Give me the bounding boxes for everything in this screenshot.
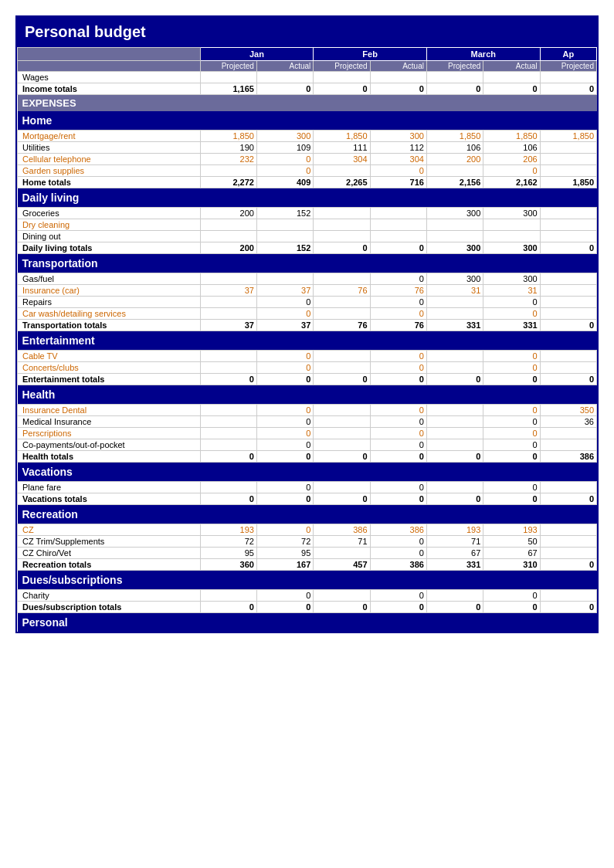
rt-v3: 457: [314, 559, 370, 571]
dst-v7: 0: [540, 602, 596, 613]
home-label: Home: [18, 111, 597, 131]
cc-v3: [314, 362, 370, 374]
dl-v4: 0: [370, 242, 426, 254]
pf-v2: 0: [256, 482, 313, 493]
vt-v6: 0: [483, 493, 540, 505]
ht-v6: 2,162: [483, 177, 540, 188]
cop-v2: 0: [256, 439, 313, 451]
dining-out-row: Dining out: [18, 231, 597, 242]
dc-v5: [426, 219, 483, 231]
u-v7: [540, 142, 596, 154]
et-v6: 0: [483, 374, 540, 385]
r-v6: 0: [483, 297, 540, 308]
tt-v7: 0: [540, 320, 596, 331]
mi-v7: 36: [540, 416, 596, 428]
do-v6: [483, 231, 540, 242]
ch-v1: [200, 590, 256, 602]
month-header-row: Jan Feb March Ap: [18, 48, 597, 61]
cz-trim-label: CZ Trim/Supplements: [18, 536, 201, 548]
march-header: March: [426, 48, 540, 61]
garden-row: Garden supplies 0 0 0: [18, 165, 597, 177]
trans-totals-label: Transportation totals: [18, 320, 201, 331]
gf-v3: [314, 273, 370, 285]
mi-v5: [426, 416, 483, 428]
r-v4: 0: [370, 297, 426, 308]
cw-v5: [426, 308, 483, 320]
g-v4: 0: [370, 165, 426, 177]
recreation-totals-row: Recreation totals 360 167 457 386 331 31…: [18, 559, 597, 571]
cz-chiro-row: CZ Chiro/Vet 95 95 0 67 67: [18, 548, 597, 559]
dues-section-header: Dues/subscriptions: [18, 571, 597, 590]
it-v7: 0: [540, 83, 596, 95]
dl-v1: 200: [200, 242, 256, 254]
insurance-dental-row: Insurance Dental 0 0 0 350: [18, 405, 597, 416]
entertainment-section-header: Entertainment: [18, 331, 597, 351]
groceries-row: Groceries 200 152 300 300: [18, 208, 597, 219]
cc-v2: 0: [256, 362, 313, 374]
p-v5: [426, 428, 483, 439]
ht-v5: 2,156: [426, 177, 483, 188]
m-v4: 300: [370, 131, 426, 142]
czc-v7: [540, 548, 596, 559]
ic-v5: 31: [426, 285, 483, 297]
cz-v6: 193: [483, 524, 540, 536]
insurance-car-row: Insurance (car) 37 37 76 76 31 31: [18, 285, 597, 297]
ctv-v6: 0: [483, 351, 540, 362]
do-v1: [200, 231, 256, 242]
hlt-v6: 0: [483, 451, 540, 463]
cop-v5: [426, 439, 483, 451]
dl-v2: 152: [256, 242, 313, 254]
dining-out-label: Dining out: [18, 231, 201, 242]
entertainment-label: Entertainment: [18, 331, 597, 351]
czc-v5: 67: [426, 548, 483, 559]
id-v5: [426, 405, 483, 416]
dst-v4: 0: [370, 602, 426, 613]
dst-v2: 0: [256, 602, 313, 613]
dues-totals-row: Dues/subscription totals 0 0 0 0 0 0 0: [18, 602, 597, 613]
health-totals-label: Health totals: [18, 451, 201, 463]
dst-v5: 0: [426, 602, 483, 613]
mortgage-row: Mortgage/rent 1,850 300 1,850 300 1,850 …: [18, 131, 597, 142]
cellular-row: Cellular telephone 232 0 304 304 200 206: [18, 154, 597, 165]
page-title: Personal budget: [17, 17, 597, 47]
ctv-v5: [426, 351, 483, 362]
dry-cleaning-label: Dry cleaning: [18, 219, 201, 231]
tt-v2: 37: [256, 320, 313, 331]
pf-v5: [426, 482, 483, 493]
cop-v1: [200, 439, 256, 451]
it-v2: 0: [256, 83, 313, 95]
charity-row: Charity 0 0 0: [18, 590, 597, 602]
repairs-row: Repairs 0 0 0: [18, 297, 597, 308]
rt-v7: 0: [540, 559, 596, 571]
mortgage-label: Mortgage/rent: [18, 131, 201, 142]
recreation-label: Recreation: [18, 505, 597, 524]
do-v5: [426, 231, 483, 242]
dl-v7: 0: [540, 242, 596, 254]
p-v7: [540, 428, 596, 439]
cop-v3: [314, 439, 370, 451]
gas-fuel-label: Gas/fuel: [18, 273, 201, 285]
gr-v1: 200: [200, 208, 256, 219]
jan-actual-header: Actual: [256, 61, 313, 72]
dc-v6: [483, 219, 540, 231]
tt-v4: 76: [370, 320, 426, 331]
dc-v3: [314, 219, 370, 231]
cable-tv-label: Cable TV: [18, 351, 201, 362]
id-v3: [314, 405, 370, 416]
transportation-section-header: Transportation: [18, 254, 597, 273]
gf-v4: 0: [370, 273, 426, 285]
u-v1: 190: [200, 142, 256, 154]
ic-v7: [540, 285, 596, 297]
cop-v6: 0: [483, 439, 540, 451]
cable-tv-row: Cable TV 0 0 0: [18, 351, 597, 362]
gr-v7: [540, 208, 596, 219]
g-v6: 0: [483, 165, 540, 177]
vt-v7: 0: [540, 493, 596, 505]
et-v4: 0: [370, 374, 426, 385]
p-v4: 0: [370, 428, 426, 439]
g-v2: 0: [256, 165, 313, 177]
car-wash-label: Car wash/detailing services: [18, 308, 201, 320]
ctv-v4: 0: [370, 351, 426, 362]
tt-v5: 331: [426, 320, 483, 331]
cz-trim-row: CZ Trim/Supplements 72 72 71 0 71 50: [18, 536, 597, 548]
